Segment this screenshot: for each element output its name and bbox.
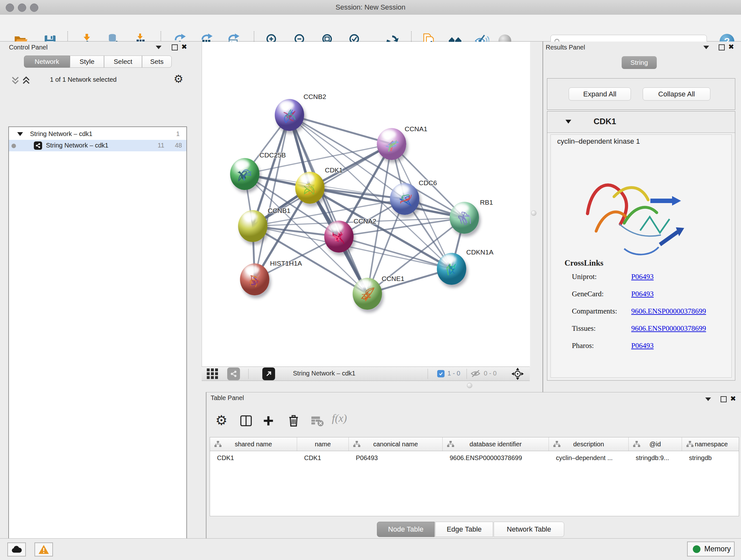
panel-collapse-icon[interactable] bbox=[703, 46, 709, 49]
network-node-CDC25B[interactable] bbox=[230, 158, 259, 190]
network-node-label-CCNB1: CCNB1 bbox=[268, 207, 290, 214]
hidden-eye-icon[interactable] bbox=[470, 369, 481, 379]
column-header-canonical-name[interactable]: canonical name bbox=[349, 437, 443, 451]
panel-collapse-icon[interactable] bbox=[156, 46, 161, 49]
crosslink-link[interactable]: 9606.ENSP00000378699 bbox=[631, 307, 706, 315]
column-header-database-identifier[interactable]: database identifier bbox=[443, 437, 549, 451]
collapse-all-button[interactable]: Collapse All bbox=[643, 87, 711, 101]
network-collection-label: String Network – cdk1 bbox=[30, 130, 92, 138]
add-column-icon[interactable] bbox=[261, 414, 276, 428]
network-node-HIST1H1A[interactable] bbox=[240, 263, 269, 295]
results-buttons-box: Expand All Collapse All bbox=[547, 78, 735, 110]
panel-float-icon[interactable] bbox=[719, 44, 725, 51]
table-cell[interactable]: 9606.ENSP00000378699 bbox=[443, 451, 549, 464]
crosslink-label: Compartments: bbox=[572, 307, 617, 315]
warning-icon bbox=[38, 545, 49, 554]
network-node-CCNB1[interactable] bbox=[238, 210, 267, 242]
delete-table-icon[interactable] bbox=[310, 414, 324, 428]
column-header--id[interactable]: @id bbox=[629, 437, 682, 451]
results-panel: Results Panel ✖ String Expand All Collap… bbox=[542, 42, 741, 392]
network-edge-CCNA1-CDC25B[interactable] bbox=[245, 144, 392, 174]
network-row-label: String Network – cdk1 bbox=[46, 142, 109, 149]
protein-structure-image bbox=[576, 151, 691, 269]
section-collapse-icon[interactable] bbox=[565, 120, 571, 124]
table-body: CDK1CDK1P064939606.ENSP00000378699cyclin… bbox=[210, 451, 739, 464]
network-node-CDC6[interactable] bbox=[390, 183, 419, 215]
crosslink-link[interactable]: P06493 bbox=[631, 290, 654, 298]
network-node-label-CCNA2: CCNA2 bbox=[354, 217, 376, 225]
cloud-button[interactable] bbox=[7, 543, 26, 557]
panel-close-icon[interactable]: ✖ bbox=[728, 44, 734, 49]
crosslink-link[interactable]: P06493 bbox=[631, 341, 654, 350]
panel-close-icon[interactable]: ✖ bbox=[181, 44, 187, 49]
network-node-CDK1[interactable] bbox=[295, 172, 325, 204]
table-row[interactable]: CDK1CDK1P064939606.ENSP00000378699cyclin… bbox=[210, 451, 739, 464]
expand-all-button[interactable]: Expand All bbox=[569, 87, 631, 101]
column-header-name[interactable]: name bbox=[297, 437, 349, 451]
table-cell[interactable]: cyclin–dependent ... bbox=[549, 451, 629, 464]
crosslink-link[interactable]: 9606.ENSP00000378699 bbox=[631, 324, 706, 333]
delete-column-trash-icon[interactable] bbox=[286, 414, 301, 428]
network-selection-status: 1 of 1 Network selected bbox=[8, 76, 158, 83]
tab-node-table[interactable]: Node Table bbox=[377, 522, 434, 537]
column-header-description[interactable]: description bbox=[549, 437, 629, 451]
table-cell[interactable]: stringdb bbox=[682, 451, 739, 464]
network-canvas[interactable]: CCNB2CCNA1CDC25BCDK1CDC6RB1CCNB1CCNA2CDK… bbox=[202, 42, 530, 367]
tab-network-table[interactable]: Network Table bbox=[494, 522, 564, 537]
function-builder-icon[interactable]: f(x) bbox=[332, 412, 347, 424]
crosslinks-heading: CrossLinks bbox=[564, 259, 603, 267]
network-options-gear-icon[interactable]: ⚙ bbox=[174, 73, 183, 84]
table-cell[interactable]: CDK1 bbox=[210, 451, 297, 464]
column-header-namespace[interactable]: namespace bbox=[682, 437, 739, 451]
results-panel-title: Results Panel bbox=[546, 44, 585, 51]
panel-close-icon[interactable]: ✖ bbox=[730, 396, 736, 401]
network-node-label-CDK1: CDK1 bbox=[325, 166, 343, 174]
window-title: Session: New Session bbox=[0, 3, 741, 11]
crosshair-icon[interactable] bbox=[511, 367, 525, 382]
gene-section: CDK1 cyclin–dependent kinase 1 bbox=[547, 111, 735, 381]
tab-style[interactable]: Style bbox=[70, 56, 104, 68]
network-edge-CCNB2-HIST1H1A[interactable] bbox=[255, 115, 289, 279]
gene-section-header[interactable]: CDK1 bbox=[547, 111, 735, 133]
memory-button[interactable]: Memory bbox=[687, 542, 735, 557]
show-columns-icon[interactable] bbox=[239, 414, 253, 428]
string-share-icon[interactable] bbox=[227, 368, 240, 380]
network-node-CCNB2[interactable] bbox=[275, 99, 304, 131]
control-panel: Control Panel ✖ NetworkStyleSelectSets 1… bbox=[0, 42, 201, 538]
panel-collapse-icon[interactable] bbox=[705, 397, 711, 401]
tab-sets[interactable]: Sets bbox=[142, 56, 172, 68]
tab-edge-table[interactable]: Edge Table bbox=[435, 522, 493, 537]
table-cell[interactable]: P06493 bbox=[349, 451, 443, 464]
column-header-shared-name[interactable]: shared name bbox=[210, 437, 297, 451]
tab-select[interactable]: Select bbox=[104, 56, 142, 68]
current-network-dot-icon bbox=[11, 144, 16, 148]
open-in-window-icon[interactable] bbox=[262, 368, 275, 380]
network-node-label-HIST1H1A: HIST1H1A bbox=[270, 260, 302, 267]
tab-network[interactable]: Network bbox=[24, 56, 70, 68]
tab-string[interactable]: String bbox=[622, 56, 657, 69]
network-node-RB1[interactable] bbox=[450, 202, 479, 234]
horizontal-splitter-handle[interactable] bbox=[467, 383, 472, 388]
network-node-count: 11 bbox=[158, 142, 164, 149]
selected-checkbox-icon[interactable] bbox=[437, 370, 445, 377]
birdseye-grid-icon[interactable] bbox=[207, 368, 218, 381]
memory-status-icon bbox=[693, 545, 700, 553]
sphere-highlight bbox=[243, 212, 257, 221]
warning-button[interactable] bbox=[35, 543, 53, 557]
tree-expand-icon[interactable] bbox=[17, 132, 23, 136]
network-node-CCNA1[interactable] bbox=[377, 128, 406, 160]
crosslink-link[interactable]: P06493 bbox=[631, 273, 654, 281]
network-edge-count: 48 bbox=[175, 142, 182, 149]
table-cell[interactable]: CDK1 bbox=[297, 451, 349, 464]
table-cell[interactable]: stringdb:9... bbox=[629, 451, 682, 464]
network-collection-row[interactable]: String Network – cdk1 1 bbox=[9, 128, 186, 140]
network-node-CCNA2[interactable] bbox=[324, 221, 354, 253]
panel-float-icon[interactable] bbox=[721, 396, 727, 402]
network-row-selected[interactable]: String Network – cdk1 11 48 bbox=[9, 140, 186, 151]
network-node-CDKN1A[interactable] bbox=[437, 253, 466, 285]
network-node-CCNE1[interactable] bbox=[353, 278, 382, 310]
crosslink-label: Pharos: bbox=[572, 341, 594, 350]
table-options-gear-icon[interactable]: ⚙ bbox=[215, 414, 230, 428]
vertical-splitter-handle[interactable] bbox=[531, 210, 536, 216]
panel-float-icon[interactable] bbox=[172, 44, 178, 51]
